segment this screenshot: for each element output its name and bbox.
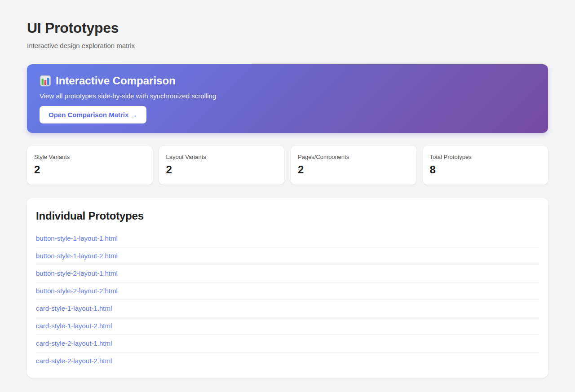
prototype-list: button-style-1-layout-1.html button-styl…	[36, 230, 539, 370]
stat-card-pages-components: Pages/Components 2	[291, 146, 416, 185]
prototype-list-item: button-style-1-layout-1.html	[36, 230, 539, 247]
stat-label: Style Variants	[34, 154, 146, 160]
stat-label: Pages/Components	[298, 154, 409, 160]
prototype-link[interactable]: card-style-1-layout-1.html	[36, 304, 112, 312]
prototype-link[interactable]: card-style-2-layout-1.html	[36, 339, 112, 347]
prototypes-heading: Individual Prototypes	[36, 210, 539, 222]
prototype-list-item: button-style-2-layout-2.html	[36, 282, 539, 300]
banner-title-row: Interactive Comparison	[40, 75, 535, 87]
prototype-link[interactable]: button-style-2-layout-2.html	[36, 287, 118, 295]
prototype-link[interactable]: button-style-1-layout-2.html	[36, 252, 118, 260]
prototype-list-item: card-style-2-layout-2.html	[36, 352, 539, 370]
prototypes-card: Individual Prototypes button-style-1-lay…	[27, 198, 548, 378]
stat-label: Total Prototypes	[430, 154, 541, 160]
page-title: UI Prototypes	[27, 20, 548, 36]
stat-value: 2	[166, 163, 278, 176]
banner-title: Interactive Comparison	[56, 75, 176, 87]
stat-card-total-prototypes: Total Prototypes 8	[423, 146, 548, 185]
stat-card-layout-variants: Layout Variants 2	[159, 146, 285, 185]
prototype-link[interactable]: card-style-2-layout-2.html	[36, 357, 112, 365]
prototype-list-item: button-style-2-layout-1.html	[36, 265, 539, 282]
page-container: UI Prototypes Interactive design explora…	[27, 0, 548, 378]
prototype-list-item: card-style-2-layout-1.html	[36, 335, 539, 352]
stat-value: 8	[430, 163, 541, 176]
stats-row: Style Variants 2 Layout Variants 2 Pages…	[27, 146, 548, 185]
prototype-link[interactable]: button-style-2-layout-1.html	[36, 269, 118, 277]
stat-card-style-variants: Style Variants 2	[27, 146, 153, 185]
prototype-link[interactable]: card-style-1-layout-2.html	[36, 322, 112, 330]
comparison-banner: Interactive Comparison View all prototyp…	[27, 64, 548, 133]
stat-value: 2	[298, 163, 409, 176]
prototype-list-item: card-style-1-layout-1.html	[36, 300, 539, 317]
bar-chart-icon	[40, 75, 51, 87]
banner-description: View all prototypes side-by-side with sy…	[40, 92, 535, 100]
prototype-link[interactable]: button-style-1-layout-1.html	[36, 234, 118, 242]
stat-value: 2	[34, 163, 146, 176]
prototype-list-item: card-style-1-layout-2.html	[36, 317, 539, 335]
prototype-list-item: button-style-1-layout-2.html	[36, 247, 539, 265]
stat-label: Layout Variants	[166, 154, 278, 160]
open-comparison-button[interactable]: Open Comparison Matrix →	[40, 106, 146, 123]
page-subtitle: Interactive design exploration matrix	[27, 42, 548, 49]
